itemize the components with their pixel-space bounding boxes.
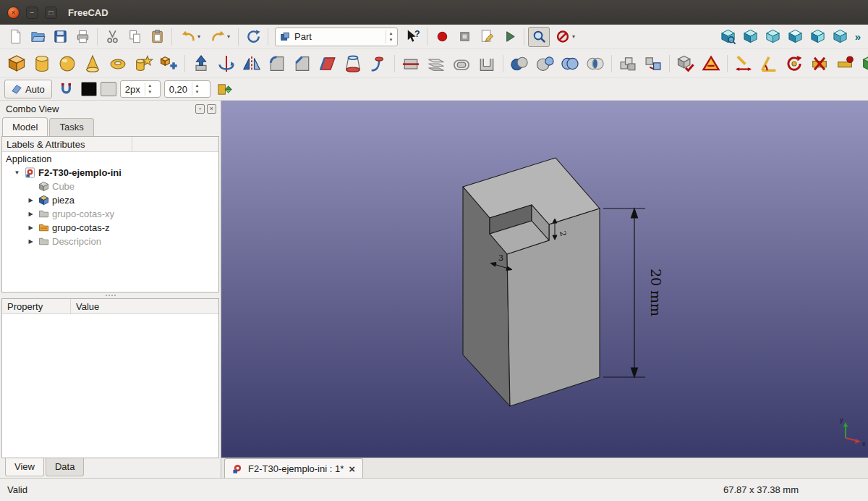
cut-button[interactable] (101, 27, 123, 47)
snap-toggle-button[interactable] (56, 79, 77, 99)
measure-refresh-button[interactable] (782, 51, 807, 76)
panel-splitter[interactable] (0, 292, 221, 298)
part-shape-builder-button[interactable] (156, 51, 181, 76)
part-thickness-button[interactable] (475, 51, 499, 76)
view-top-button[interactable] (785, 27, 807, 47)
whats-this-button[interactable]: ? (401, 27, 423, 47)
part-loft-button[interactable] (341, 51, 365, 76)
tree-root-application[interactable]: Application (2, 152, 218, 166)
part-check-geometry-button[interactable] (673, 51, 698, 76)
working-plane-button[interactable]: Auto (4, 80, 52, 98)
line-color-swatch[interactable] (81, 82, 97, 96)
3d-scene[interactable]: 20 mm 3 2 (221, 101, 868, 458)
copy-button[interactable] (124, 27, 145, 47)
tree-item-cube[interactable]: Cube (2, 180, 218, 193)
part-box-button[interactable] (4, 51, 29, 76)
tree-item-pieza[interactable]: ▶ pieza (2, 193, 218, 207)
macro-stop-button[interactable] (454, 27, 475, 47)
stepper-icon[interactable]: ▲▼ (145, 83, 155, 96)
view-rear-button[interactable] (830, 27, 851, 47)
window-minimize-button[interactable]: − (26, 7, 38, 19)
document-tab[interactable]: F2-T30-ejemplo-ini : 1* × (224, 458, 363, 478)
view-front-button[interactable] (762, 27, 784, 47)
draw-style-button[interactable]: ▾ (550, 27, 579, 47)
part-cone-button[interactable] (80, 51, 105, 76)
part-chamfer-icon (292, 54, 312, 74)
part-chamfer-button[interactable] (290, 51, 315, 76)
macro-record-button[interactable] (431, 27, 453, 47)
panel-close-button[interactable]: × (207, 104, 216, 114)
part-ruled-surface-button[interactable] (315, 51, 340, 76)
view-right-button[interactable] (807, 27, 829, 47)
refresh-button[interactable] (242, 27, 264, 47)
workbench-selector[interactable]: Part ▲▼ (275, 28, 398, 46)
view-isometric-button[interactable] (740, 27, 762, 47)
part-section-button[interactable] (399, 51, 423, 76)
part-sweep-button[interactable] (366, 51, 391, 76)
dim-notch-width-label[interactable]: 3 (498, 253, 503, 263)
measure-linear-button[interactable] (731, 51, 756, 76)
part-revolve-button[interactable] (214, 51, 239, 76)
part-defeaturing-button[interactable] (699, 51, 723, 76)
stepper-icon[interactable]: ▲▼ (192, 83, 202, 96)
part-primitives-button[interactable] (131, 51, 156, 76)
part-compound-button[interactable] (616, 51, 640, 76)
expander-open-icon[interactable]: ▼ (12, 169, 22, 176)
3d-viewport[interactable]: 20 mm 3 2 (221, 101, 868, 458)
part-sphere-button[interactable] (55, 51, 80, 76)
expander-closed-icon[interactable]: ▶ (26, 238, 35, 245)
macro-execute-button[interactable] (498, 27, 520, 47)
part-cross-sections-button[interactable] (424, 51, 448, 76)
print-button[interactable] (72, 27, 93, 47)
tab-tasks[interactable]: Tasks (49, 118, 93, 136)
part-cylinder-button[interactable] (30, 51, 54, 76)
measure-angular-button[interactable] (757, 51, 781, 76)
expander-closed-icon[interactable]: ▶ (26, 211, 35, 217)
undo-button[interactable]: ▾ (176, 27, 205, 47)
measure-toggle-all-button[interactable] (833, 51, 857, 76)
line-width-spinner[interactable]: 2px ▲▼ (120, 80, 161, 98)
tree-item-document[interactable]: ▼ F2-T30-ejemplo-ini (2, 166, 218, 180)
part-extrude-button[interactable] (189, 51, 213, 76)
window-close-button[interactable]: × (7, 7, 20, 19)
redo-button[interactable]: ▾ (205, 27, 234, 47)
tab-view[interactable]: View (5, 458, 44, 476)
expander-closed-icon[interactable]: ▶ (26, 224, 35, 231)
property-table-header: Property Value (2, 299, 218, 314)
save-document-button[interactable] (49, 27, 71, 47)
window-maximize-button[interactable]: □ (45, 7, 57, 19)
part-mirror-button[interactable] (239, 51, 264, 76)
measure-toggle-3d-button[interactable] (858, 51, 868, 76)
toolbar-overflow-button[interactable]: » (852, 30, 864, 43)
tree-item-grupo-cotas-z[interactable]: ▶ grupo-cotas-z (2, 221, 218, 235)
stepper-icon[interactable]: ▲▼ (386, 30, 396, 43)
open-document-button[interactable] (27, 27, 48, 47)
tree-item-grupo-cotas-xy[interactable]: ▶ grupo-cotas-xy (2, 207, 218, 221)
part-common-button[interactable] (583, 51, 608, 76)
part-fillet-button[interactable] (265, 51, 289, 76)
dim-height-label[interactable]: 20 mm (648, 269, 664, 316)
tree-item-descripcion[interactable]: ▶ Descripcion (2, 235, 218, 248)
close-tab-icon[interactable]: × (349, 463, 355, 474)
tab-data[interactable]: Data (46, 458, 84, 476)
property-table-body[interactable] (2, 314, 218, 458)
face-color-swatch[interactable] (101, 82, 116, 96)
panel-float-button[interactable]: ▫ (195, 104, 205, 114)
new-document-button[interactable] (4, 27, 26, 47)
expander-closed-icon[interactable]: ▶ (26, 197, 35, 203)
view-fit-all-button[interactable] (718, 27, 739, 47)
part-boolean-button[interactable] (507, 51, 532, 76)
part-compound-filter-icon (643, 54, 663, 74)
measure-clear-all-button[interactable] (807, 51, 832, 76)
macro-edit-button[interactable] (476, 27, 498, 47)
zoom-selection-button[interactable] (528, 27, 550, 47)
part-torus-button[interactable] (106, 51, 130, 76)
apply-style-button[interactable] (214, 79, 236, 99)
part-union-button[interactable] (558, 51, 582, 76)
scale-spinner[interactable]: 0,20 ▲▼ (164, 80, 210, 98)
part-offset-button[interactable] (449, 51, 474, 76)
tab-model[interactable]: Model (2, 117, 48, 136)
paste-button[interactable] (146, 27, 168, 47)
part-cut-button[interactable] (532, 51, 557, 76)
part-compound-filter-button[interactable] (641, 51, 665, 76)
